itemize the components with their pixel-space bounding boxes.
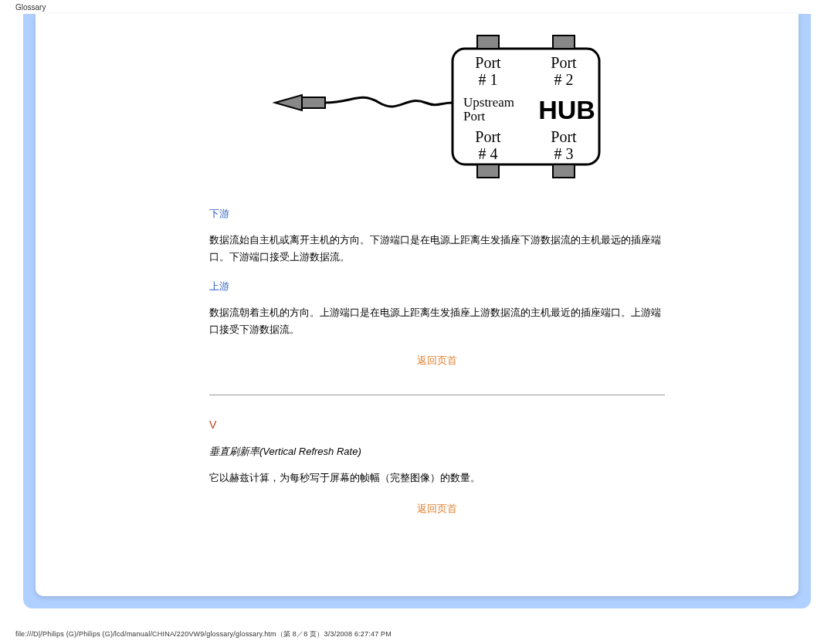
svg-rect-6	[553, 164, 575, 178]
section-divider	[209, 395, 665, 395]
svg-marker-0	[275, 95, 302, 110]
back-to-top-link-2[interactable]: 返回页首	[209, 502, 665, 516]
svg-rect-5	[477, 164, 499, 178]
vertical-refresh-term: 垂直刷新率(Vertical Refresh Rate)	[209, 445, 665, 459]
content-column: Port # 1 Port # 2 Upstream Port HUB Port…	[209, 14, 665, 543]
svg-text:Port: Port	[551, 128, 577, 145]
downstream-heading: 下游	[209, 207, 665, 221]
svg-text:Port: Port	[463, 109, 486, 124]
svg-text:# 2: # 2	[554, 71, 574, 88]
svg-text:# 1: # 1	[479, 71, 498, 88]
back-to-top-link[interactable]: 返回页首	[209, 354, 665, 368]
upstream-body: 数据流朝着主机的方向。上游端口是在电源上距离生发插座上游数据流的主机最近的插座端…	[209, 304, 665, 338]
svg-text:Port: Port	[475, 128, 501, 145]
svg-rect-3	[477, 36, 499, 49]
hub-diagram: Port # 1 Port # 2 Upstream Port HUB Port…	[267, 29, 607, 184]
svg-rect-1	[302, 97, 325, 108]
upstream-heading: 上游	[209, 280, 665, 293]
svg-text:Port: Port	[551, 54, 577, 71]
downstream-body: 数据流始自主机或离开主机的方向。下游端口是在电源上距离生发插座下游数据流的主机最…	[209, 232, 665, 266]
svg-text:Upstream: Upstream	[463, 95, 514, 110]
letter-v-heading: V	[209, 419, 665, 431]
footer-file-path: file:///D|/Philips (G)/Philips (G)/lcd/m…	[15, 629, 392, 639]
svg-text:# 3: # 3	[554, 145, 574, 162]
svg-text:HUB: HUB	[538, 95, 595, 124]
vertical-refresh-body: 它以赫兹计算，为每秒写于屏幕的帧幅（完整图像）的数量。	[209, 469, 665, 486]
svg-text:# 4: # 4	[479, 145, 498, 162]
outer-frame: Port # 1 Port # 2 Upstream Port HUB Port…	[23, 14, 811, 608]
svg-text:Port: Port	[475, 54, 501, 71]
svg-rect-4	[553, 36, 575, 49]
page-header-label: Glossary	[15, 3, 46, 12]
inner-page: Port # 1 Port # 2 Upstream Port HUB Port…	[36, 14, 798, 596]
